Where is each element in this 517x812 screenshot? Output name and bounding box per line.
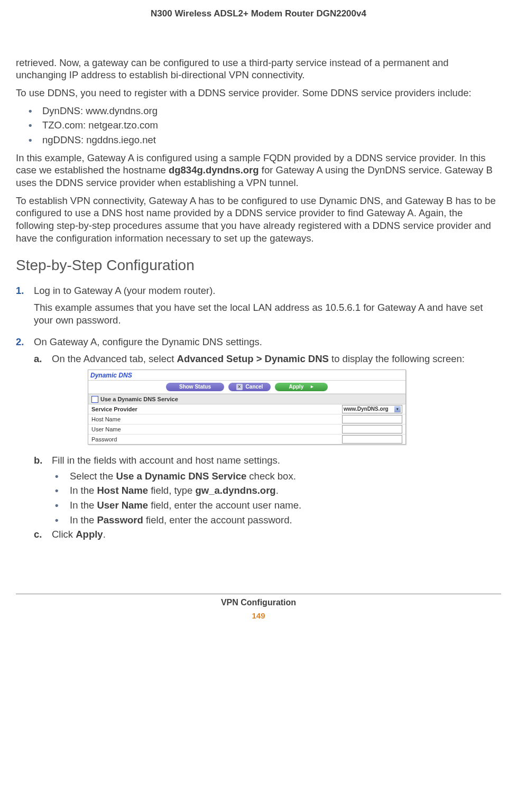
- provider-list: • DynDNS: www.dyndns.org • TZO.com: netg…: [16, 105, 501, 146]
- step-text: Log in to Gateway A (your modem router).: [34, 285, 215, 296]
- apply-button[interactable]: Apply: [275, 383, 328, 391]
- bullet-icon: •: [55, 470, 70, 483]
- user-name-input[interactable]: [342, 425, 402, 433]
- row-label: User Name: [91, 426, 121, 433]
- step-2a: a. On the Advanced tab, select Advanced …: [16, 353, 501, 451]
- step-2b: b. Fill in the fields with account and h…: [16, 454, 501, 467]
- bullet-icon: •: [29, 119, 42, 132]
- list-item: • DynDNS: www.dyndns.org: [29, 105, 501, 117]
- bullet-icon: •: [29, 134, 42, 146]
- bullet-icon: •: [55, 514, 70, 527]
- list-item: • TZO.com: netgear.tzo.com: [29, 119, 501, 132]
- use-ddns-checkbox[interactable]: [91, 396, 98, 403]
- page-footer: VPN Configuration 149: [16, 594, 501, 621]
- list-item: • Select the Use a Dynamic DNS Service c…: [55, 470, 501, 483]
- substep-marker: c.: [34, 528, 52, 541]
- list-item-text: ngDDNS: ngddns.iego.net: [42, 134, 156, 146]
- bullet-icon: •: [29, 105, 42, 117]
- paragraph: To use DDNS, you need to register with a…: [16, 87, 501, 99]
- page-header-title: N300 Wireless ADSL2+ Modem Router DGN220…: [16, 8, 501, 20]
- use-ddns-checkbox-row: Use a Dynamic DNS Service: [88, 394, 405, 404]
- list-item: • In the User Name field, enter the acco…: [55, 499, 501, 512]
- step-number: 1.: [16, 284, 34, 331]
- section-heading: Step-by-Step Configuration: [16, 256, 501, 275]
- password-input[interactable]: [342, 435, 402, 444]
- substep-marker: a.: [34, 353, 52, 451]
- bullet-icon: •: [55, 484, 70, 497]
- list-item-text: DynDNS: www.dyndns.org: [42, 105, 158, 117]
- list-item: • In the Password field, enter the accou…: [55, 514, 501, 527]
- step-text: On Gateway A, configure the Dynamic DNS …: [34, 336, 262, 347]
- service-provider-select[interactable]: www.DynDNS.org ▾: [342, 405, 402, 413]
- substep-marker: b.: [34, 454, 52, 467]
- checkbox-label: Use a Dynamic DNS Service: [100, 395, 178, 403]
- host-name-input[interactable]: [342, 415, 402, 423]
- paragraph: To establish VPN connectivity, Gateway A…: [16, 195, 501, 245]
- list-item: • In the Host Name field, type gw_a.dynd…: [55, 484, 501, 497]
- page-number: 149: [16, 611, 501, 621]
- dynamic-dns-screenshot: Dynamic DNS Show Status Cancel Apply Use…: [88, 370, 406, 445]
- paragraph: In this example, Gateway A is configured…: [16, 152, 501, 189]
- row-label: Service Provider: [91, 405, 137, 413]
- show-status-button[interactable]: Show Status: [166, 383, 224, 391]
- step-2c: c. Click Apply.: [16, 528, 501, 541]
- footer-section-name: VPN Configuration: [16, 597, 501, 608]
- step-1: 1. Log in to Gateway A (your modem route…: [16, 284, 501, 331]
- bullet-icon: •: [55, 499, 70, 512]
- row-label: Password: [91, 436, 117, 443]
- screenshot-title: Dynamic DNS: [88, 370, 405, 381]
- row-label: Host Name: [91, 416, 121, 423]
- list-item-text: TZO.com: netgear.tzo.com: [42, 119, 158, 132]
- step-subtext: This example assumes that you have set t…: [34, 301, 501, 326]
- step-number: 2.: [16, 336, 34, 348]
- list-item: • ngDDNS: ngddns.iego.net: [29, 134, 501, 146]
- step-2: 2. On Gateway A, configure the Dynamic D…: [16, 336, 501, 348]
- paragraph: retrieved. Now, a gateway can be configu…: [16, 57, 501, 81]
- cancel-button[interactable]: Cancel: [228, 383, 271, 391]
- chevron-down-icon: ▾: [394, 406, 401, 412]
